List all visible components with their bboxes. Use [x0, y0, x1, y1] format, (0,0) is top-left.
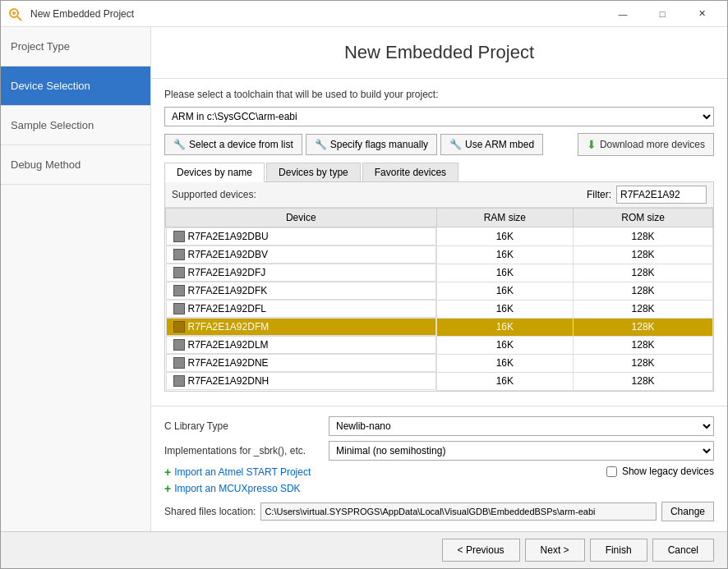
table-row[interactable]: R7FA2E1A92DFJ16K128K — [166, 264, 713, 282]
ram-cell: 16K — [436, 227, 574, 246]
filter-section: Filter: — [587, 186, 707, 204]
sidebar: Project Type Device Selection Sample Sel… — [1, 27, 151, 531]
tab-devices-by-name[interactable]: Devices by name — [164, 163, 265, 182]
next-button[interactable]: Next > — [525, 539, 585, 562]
sidebar-item-device-selection[interactable]: Device Selection — [1, 67, 150, 106]
shared-files-row: Shared files location: Change — [164, 502, 714, 521]
device-cell: R7FA2E1A92DNE — [166, 354, 436, 372]
ram-cell: 16K — [436, 318, 574, 336]
toolbar-description: Please select a toolchain that will be u… — [164, 89, 714, 100]
device-cell: R7FA2E1A92DBV — [166, 245, 436, 264]
ram-cell: 16K — [436, 245, 574, 264]
chip-icon — [173, 357, 185, 369]
rom-cell: 128K — [574, 264, 713, 282]
rom-cell: 128K — [574, 354, 713, 372]
device-cell: R7FA2E1A92DFJ — [166, 264, 436, 282]
c-library-label: C Library Type — [164, 420, 329, 432]
shared-path-input[interactable] — [260, 502, 657, 521]
col-device: Device — [166, 209, 437, 227]
table-row[interactable]: R7FA2E1A92DBV16K128K — [166, 245, 713, 264]
rom-cell: 128K — [574, 336, 713, 354]
chip-icon — [173, 285, 185, 296]
app-icon — [7, 6, 24, 22]
close-button[interactable]: ✕ — [683, 1, 721, 27]
chip-icon — [173, 375, 185, 387]
ram-cell: 16K — [436, 372, 574, 390]
download-devices-button[interactable]: ⬇ Download more devices — [578, 133, 714, 156]
rom-cell: 128K — [574, 245, 713, 264]
device-name: R7FA2E1A92DLM — [188, 339, 269, 351]
links-left: + Import an Atmel START Project + Import… — [164, 466, 311, 495]
c-library-select[interactable]: Newlib-nano — [329, 416, 714, 436]
rom-cell: 128K — [574, 227, 713, 246]
cancel-button[interactable]: Cancel — [652, 539, 714, 562]
device-cell: R7FA2E1A92DNH — [166, 372, 436, 390]
mbed-icon: 🔧 — [449, 139, 462, 150]
table-row[interactable]: R7FA2E1A92DNE16K128K — [166, 354, 713, 372]
show-legacy-checkbox[interactable] — [606, 466, 617, 477]
table-header-row: Device RAM size ROM size — [166, 209, 713, 227]
main-body: Please select a toolchain that will be u… — [151, 79, 727, 406]
ram-cell: 16K — [436, 336, 574, 354]
device-cell: R7FA2E1A92DFK — [166, 282, 436, 300]
device-name: R7FA2E1A92DBU — [188, 231, 269, 242]
implementations-select[interactable]: Minimal (no semihosting) — [329, 441, 714, 461]
device-cell: R7FA2E1A92DLM — [166, 336, 436, 354]
table-row[interactable]: R7FA2E1A92DLM16K128K — [166, 336, 713, 354]
chip-icon — [173, 321, 185, 333]
col-rom: ROM size — [574, 209, 713, 227]
table-row[interactable]: R7FA2E1A92DNH16K128K — [166, 372, 713, 390]
svg-line-2 — [17, 16, 21, 21]
table-row[interactable]: R7FA2E1A92DBU16K128K — [166, 227, 713, 246]
device-cell: R7FA2E1A92DFL — [166, 300, 436, 318]
device-name: R7FA2E1A92DBV — [188, 249, 268, 260]
minimize-button[interactable]: — — [604, 1, 642, 27]
sidebar-item-project-type[interactable]: Project Type — [1, 27, 150, 67]
import-atmel-link[interactable]: + Import an Atmel START Project — [164, 466, 311, 479]
finish-button[interactable]: Finish — [590, 539, 647, 562]
select-device-button[interactable]: 🔧 Select a device from list — [164, 134, 302, 155]
rom-cell: 128K — [574, 282, 713, 300]
maximize-button[interactable]: □ — [643, 1, 681, 27]
main-window: New Embedded Project — □ ✕ Project Type … — [0, 0, 728, 569]
toolchain-select[interactable]: ARM in c:\SysGCC\arm-eabi — [164, 107, 714, 126]
use-arm-mbed-button[interactable]: 🔧 Use ARM mbed — [440, 134, 543, 155]
filter-label: Filter: — [587, 189, 611, 200]
chip-icon — [173, 249, 185, 260]
chip-icon — [173, 267, 185, 278]
ram-cell: 16K — [436, 282, 574, 300]
specify-flags-button[interactable]: 🔧 Specify flags manually — [306, 134, 437, 155]
table-row[interactable]: R7FA2E1A92DFM16K128K — [166, 318, 713, 336]
title-bar: New Embedded Project — □ ✕ — [1, 1, 727, 27]
download-icon: ⬇ — [587, 138, 597, 151]
tab-favorite-devices[interactable]: Favorite devices — [362, 163, 458, 181]
show-legacy-container: Show legacy devices — [606, 466, 714, 477]
rom-cell: 128K — [574, 372, 713, 390]
svg-point-1 — [12, 11, 16, 15]
chip-icon — [173, 339, 185, 351]
device-name: R7FA2E1A92DNE — [188, 357, 269, 369]
device-cell: R7FA2E1A92DBU — [166, 227, 436, 245]
device-tabs: Devices by name Devices by type Favorite… — [164, 163, 714, 182]
filter-input[interactable] — [616, 186, 707, 204]
device-name: R7FA2E1A92DNH — [188, 375, 270, 387]
chip-icon — [173, 303, 185, 314]
tab-devices-by-type[interactable]: Devices by type — [266, 163, 361, 181]
title-bar-controls: — □ ✕ — [604, 1, 721, 27]
device-panel: Supported devices: Filter: Device RAM si… — [164, 182, 714, 392]
wrench-icon: 🔧 — [173, 139, 186, 150]
import-mcu-link[interactable]: + Import an MCUXpresso SDK — [164, 482, 311, 495]
content-area: Project Type Device Selection Sample Sel… — [1, 27, 727, 531]
rom-cell: 128K — [574, 318, 713, 336]
previous-button[interactable]: < Previous — [442, 539, 520, 562]
sidebar-item-sample-selection[interactable]: Sample Selection — [1, 106, 150, 145]
shared-files-label: Shared files location: — [164, 506, 256, 517]
sidebar-item-debug-method[interactable]: Debug Method — [1, 145, 150, 185]
footer: < Previous Next > Finish Cancel — [1, 531, 727, 568]
device-name: R7FA2E1A92DFK — [188, 285, 268, 296]
table-row[interactable]: R7FA2E1A92DFK16K128K — [166, 282, 713, 300]
change-button[interactable]: Change — [661, 502, 714, 521]
implementations-row: Implementations for _sbrk(), etc. Minima… — [164, 441, 714, 461]
plus-icon-mcu: + — [164, 482, 171, 495]
table-row[interactable]: R7FA2E1A92DFL16K128K — [166, 300, 713, 318]
